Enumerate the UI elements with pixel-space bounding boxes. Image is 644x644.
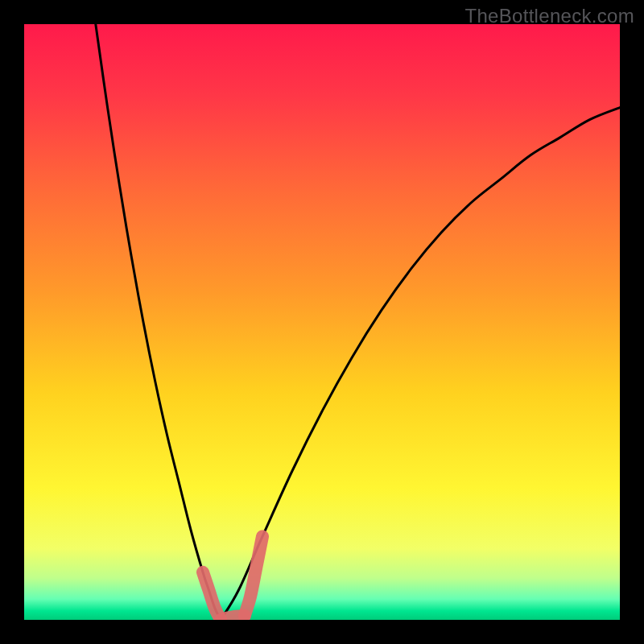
gradient-background (24, 24, 620, 620)
chart-svg (24, 24, 620, 620)
plot-area (24, 24, 620, 620)
chart-frame: TheBottleneck.com (0, 0, 644, 644)
